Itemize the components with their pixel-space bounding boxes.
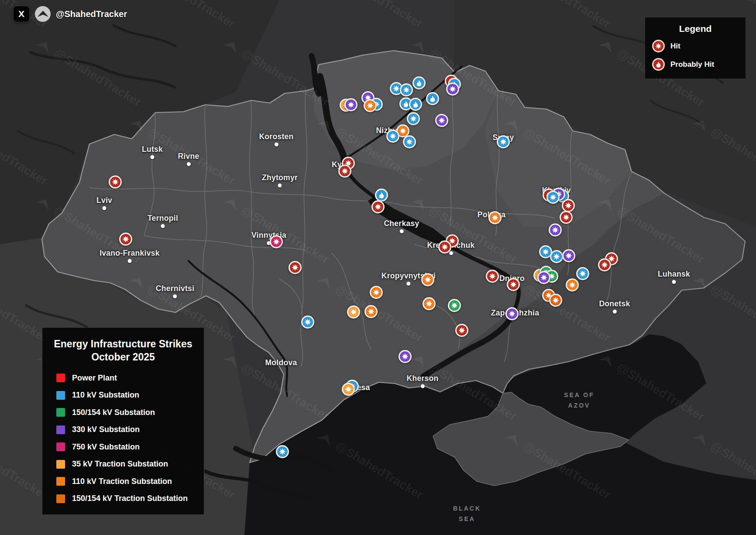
hit-star-icon [122,236,129,243]
strike-marker-sub_330-hit[interactable] [505,307,519,320]
strike-marker-sub_330-hit[interactable] [562,249,575,262]
traction_35-swatch [56,460,65,469]
strike-marker-sub_110-hit[interactable] [276,445,289,458]
strike-marker-traction_110-hit[interactable] [370,286,383,299]
flame-icon [652,58,665,71]
hit-star-icon [403,86,410,93]
hit-star-icon [304,319,311,326]
shahed-tracker-infographic: @ShahedTracker@ShahedTracker@ShahedTrack… [0,0,756,535]
strike-marker-traction_110-hit[interactable] [364,305,378,318]
hit-star-icon [550,194,557,201]
strike-marker-power_plant-hit[interactable] [338,165,351,178]
strike-marker-power_plant-hit[interactable] [598,258,611,271]
strike-marker-sub_110-hit[interactable] [497,135,510,148]
strike-marker-power_plant-hit[interactable] [486,270,499,283]
strike-marker-sub_110-probably-hit[interactable] [426,92,439,105]
account-handle: @ShahedTracker [56,9,127,19]
legend-item-label: 330 kV Substation [72,425,140,434]
strike-marker-sub_110-hit[interactable] [386,130,399,143]
strike-marker-traction_35-hit[interactable] [347,305,360,319]
strike-marker-traction_35-hit[interactable] [342,383,355,396]
strike-marker-traction_110-hit[interactable] [364,99,377,112]
strike-marker-traction_110-hit[interactable] [421,273,434,286]
strike-marker-sub_110-probably-hit[interactable] [412,76,426,89]
hit-star-icon [509,310,515,317]
strike-marker-power_plant-hit[interactable] [109,175,122,189]
strike-marker-sub_110-hit[interactable] [400,83,413,96]
traction_110-swatch [56,477,65,486]
hit-star-icon [491,214,498,221]
strike-marker-sub_330-hit[interactable] [537,271,550,284]
strike-marker-traction_150_154-hit[interactable] [549,294,562,307]
strike-marker-power_plant-hit[interactable] [507,278,520,291]
hit-star-icon [345,386,352,393]
hit-star-icon [112,178,119,185]
strike-marker-sub_110-hit[interactable] [403,135,416,148]
strike-marker-traction_110-hit[interactable] [488,211,502,224]
strike-marker-sub_330-hit[interactable] [549,223,562,237]
sub_750-swatch [56,442,65,451]
city-name: Luhansk [658,270,690,278]
legend-item-sub_150_154: 150/154 kV Substation [49,408,197,417]
city-label-moldova: Moldova [265,358,297,367]
hit-star-icon [601,261,608,268]
strike-marker-sub_110-probably-hit[interactable] [375,189,388,202]
strike-marker-power_plant-hit[interactable] [560,211,573,224]
hit-star-icon [553,253,560,260]
strike-marker-sub_150_154-hit[interactable] [448,299,461,312]
legend-item-label: 150/154 kV Traction Substation [72,494,188,503]
city-name: Ternopil [148,214,178,223]
strike-marker-sub_330-hit[interactable] [446,82,459,96]
strike-marker-power_plant-hit[interactable] [562,199,575,212]
strike-marker-sub_750-hit[interactable] [270,235,283,248]
hit-star-icon [438,117,445,124]
hit-star-icon [393,85,400,92]
strike-marker-sub_330-hit[interactable] [435,114,448,127]
strike-marker-power_plant-hit[interactable] [371,200,385,213]
strike-marker-sub_110-hit[interactable] [301,316,314,329]
strike-marker-sub_330-hit[interactable] [344,98,357,111]
hit-star-icon [458,327,465,334]
hit-star-icon [540,274,547,281]
map-legend-box: Energy Infrastructure Strikes October 20… [42,327,204,515]
city-name: Lviv [96,196,112,205]
city-dot [672,280,676,284]
strike-marker-power_plant-hit[interactable] [119,233,132,246]
strike-marker-power_plant-hit[interactable] [455,324,468,337]
hit-star-icon [279,448,286,455]
strike-marker-power_plant-hit[interactable] [438,240,451,254]
city-dot [275,143,278,147]
legend-item-label: 35 kV Traction Substation [72,460,168,469]
strike-marker-sub_110-hit[interactable] [576,267,589,280]
sea-label-line: SEA OF [564,390,594,401]
city-name: Chernivtsi [156,284,195,293]
drone-icon [37,10,49,18]
flame-icon [416,79,423,86]
hit-star-icon [368,308,375,315]
legend-item-label: 750 kV Substation [72,442,140,452]
city-name: Korosten [259,132,293,141]
hit-star-icon [565,202,572,209]
hit-star-icon [449,86,456,93]
city-dot [421,384,425,388]
hit-star-icon [510,281,517,288]
city-name: Donetsk [599,299,630,308]
strike-marker-traction_110-hit[interactable] [566,278,579,292]
hit-star-icon [451,302,458,309]
city-name: Zhytomyr [262,173,298,182]
strike-marker-power_plant-hit[interactable] [289,261,302,274]
hit-star-icon [410,115,417,122]
city-label-luhansk: Luhansk [658,270,690,279]
sea-label-line: SEA [453,514,481,525]
city-dot [449,251,453,255]
flame-icon [412,101,419,108]
strike-marker-sub_110-probably-hit[interactable] [409,98,422,111]
city-dot [128,259,132,263]
strike-marker-sub_110-hit[interactable] [550,250,563,263]
strike-marker-sub_110-hit[interactable] [546,191,560,204]
strike-marker-sub_330-hit[interactable] [399,350,412,363]
flame-icon [402,100,409,107]
strike-marker-traction_110-hit[interactable] [423,297,436,310]
strike-marker-sub_110-hit[interactable] [407,112,420,125]
hit-star-icon [489,273,496,280]
